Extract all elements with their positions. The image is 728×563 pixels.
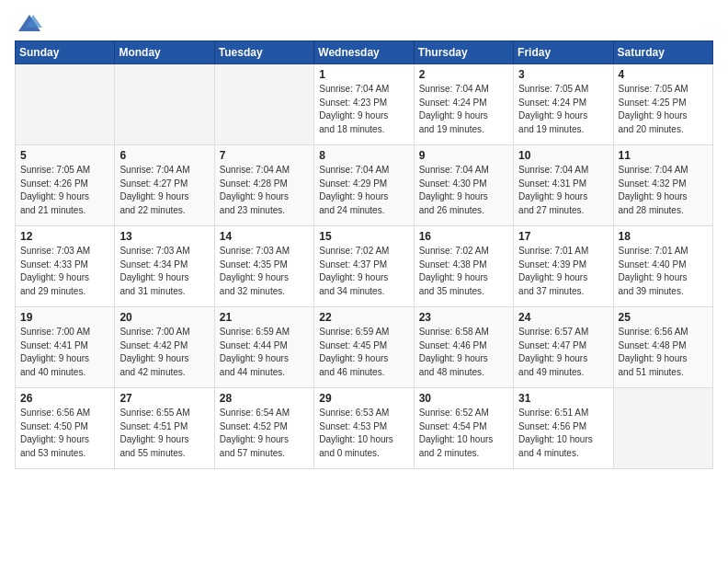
day-info: Sunrise: 7:04 AM Sunset: 4:23 PM Dayligh…	[319, 83, 408, 136]
calendar-cell: 3Sunrise: 7:05 AM Sunset: 4:24 PM Daylig…	[514, 64, 613, 145]
day-info: Sunrise: 7:03 AM Sunset: 4:33 PM Dayligh…	[20, 245, 109, 298]
day-number: 25	[619, 311, 708, 324]
day-number: 30	[419, 392, 508, 405]
calendar-cell: 7Sunrise: 7:04 AM Sunset: 4:28 PM Daylig…	[214, 145, 313, 226]
day-info: Sunrise: 7:01 AM Sunset: 4:40 PM Dayligh…	[619, 245, 708, 298]
day-info: Sunrise: 7:04 AM Sunset: 4:31 PM Dayligh…	[518, 164, 608, 217]
calendar-cell: 31Sunrise: 6:51 AM Sunset: 4:56 PM Dayli…	[514, 388, 613, 469]
calendar-cell: 14Sunrise: 7:03 AM Sunset: 4:35 PM Dayli…	[214, 226, 313, 307]
day-info: Sunrise: 7:00 AM Sunset: 4:41 PM Dayligh…	[20, 326, 109, 379]
calendar-cell: 23Sunrise: 6:58 AM Sunset: 4:46 PM Dayli…	[414, 307, 513, 388]
day-number: 8	[319, 149, 408, 162]
day-number: 13	[119, 230, 209, 243]
day-info: Sunrise: 7:04 AM Sunset: 4:24 PM Dayligh…	[419, 83, 508, 136]
calendar-cell: 17Sunrise: 7:01 AM Sunset: 4:39 PM Dayli…	[514, 226, 613, 307]
day-number: 29	[319, 392, 408, 405]
day-number: 28	[220, 392, 309, 405]
calendar-cell: 13Sunrise: 7:03 AM Sunset: 4:34 PM Dayli…	[115, 226, 214, 307]
calendar-cell: 30Sunrise: 6:52 AM Sunset: 4:54 PM Dayli…	[414, 388, 513, 469]
calendar-cell: 22Sunrise: 6:59 AM Sunset: 4:45 PM Dayli…	[314, 307, 414, 388]
day-info: Sunrise: 7:05 AM Sunset: 4:25 PM Dayligh…	[619, 83, 708, 136]
day-info: Sunrise: 6:55 AM Sunset: 4:51 PM Dayligh…	[119, 407, 209, 460]
day-number: 18	[619, 230, 708, 243]
calendar-week-row: 1Sunrise: 7:04 AM Sunset: 4:23 PM Daylig…	[16, 64, 713, 145]
day-number: 21	[220, 311, 309, 324]
day-info: Sunrise: 6:57 AM Sunset: 4:47 PM Dayligh…	[518, 326, 608, 379]
calendar-cell: 16Sunrise: 7:02 AM Sunset: 4:38 PM Dayli…	[414, 226, 513, 307]
calendar-week-row: 19Sunrise: 7:00 AM Sunset: 4:41 PM Dayli…	[16, 307, 713, 388]
day-number: 15	[319, 230, 408, 243]
day-info: Sunrise: 7:03 AM Sunset: 4:34 PM Dayligh…	[119, 245, 209, 298]
day-info: Sunrise: 7:02 AM Sunset: 4:38 PM Dayligh…	[419, 245, 508, 298]
calendar-dow-thursday: Thursday	[414, 41, 513, 64]
calendar-cell: 5Sunrise: 7:05 AM Sunset: 4:26 PM Daylig…	[16, 145, 115, 226]
day-info: Sunrise: 7:04 AM Sunset: 4:30 PM Dayligh…	[419, 164, 508, 217]
calendar-cell: 10Sunrise: 7:04 AM Sunset: 4:31 PM Dayli…	[514, 145, 613, 226]
calendar-cell: 9Sunrise: 7:04 AM Sunset: 4:30 PM Daylig…	[414, 145, 513, 226]
day-info: Sunrise: 7:04 AM Sunset: 4:32 PM Dayligh…	[619, 164, 708, 217]
day-number: 1	[319, 68, 408, 81]
day-info: Sunrise: 7:04 AM Sunset: 4:27 PM Dayligh…	[119, 164, 209, 217]
day-number: 19	[20, 311, 109, 324]
day-info: Sunrise: 6:56 AM Sunset: 4:50 PM Dayligh…	[20, 407, 109, 460]
calendar-cell	[115, 64, 214, 145]
calendar-cell: 1Sunrise: 7:04 AM Sunset: 4:23 PM Daylig…	[314, 64, 414, 145]
calendar-dow-friday: Friday	[514, 41, 613, 64]
day-number: 27	[119, 392, 209, 405]
day-number: 6	[119, 149, 209, 162]
calendar-cell: 27Sunrise: 6:55 AM Sunset: 4:51 PM Dayli…	[115, 388, 214, 469]
day-info: Sunrise: 7:05 AM Sunset: 4:26 PM Dayligh…	[20, 164, 109, 217]
calendar-cell: 2Sunrise: 7:04 AM Sunset: 4:24 PM Daylig…	[414, 64, 513, 145]
day-number: 26	[20, 392, 109, 405]
day-number: 20	[119, 311, 209, 324]
day-number: 31	[518, 392, 608, 405]
day-number: 16	[419, 230, 508, 243]
calendar-cell: 26Sunrise: 6:56 AM Sunset: 4:50 PM Dayli…	[16, 388, 115, 469]
calendar-cell: 4Sunrise: 7:05 AM Sunset: 4:25 PM Daylig…	[613, 64, 712, 145]
day-info: Sunrise: 7:01 AM Sunset: 4:39 PM Dayligh…	[518, 245, 608, 298]
day-info: Sunrise: 7:04 AM Sunset: 4:29 PM Dayligh…	[319, 164, 408, 217]
calendar-cell	[613, 388, 712, 469]
day-number: 3	[518, 68, 608, 81]
calendar-dow-saturday: Saturday	[613, 41, 712, 64]
day-number: 5	[20, 149, 109, 162]
calendar-cell	[16, 64, 115, 145]
day-number: 14	[220, 230, 309, 243]
calendar-week-row: 5Sunrise: 7:05 AM Sunset: 4:26 PM Daylig…	[16, 145, 713, 226]
calendar-cell: 24Sunrise: 6:57 AM Sunset: 4:47 PM Dayli…	[514, 307, 613, 388]
calendar-cell: 11Sunrise: 7:04 AM Sunset: 4:32 PM Dayli…	[613, 145, 712, 226]
day-number: 11	[619, 149, 708, 162]
day-number: 12	[20, 230, 109, 243]
logo	[15, 11, 42, 33]
page: SundayMondayTuesdayWednesdayThursdayFrid…	[0, 0, 728, 563]
day-info: Sunrise: 6:56 AM Sunset: 4:48 PM Dayligh…	[619, 326, 708, 379]
calendar-dow-tuesday: Tuesday	[214, 41, 313, 64]
day-info: Sunrise: 6:54 AM Sunset: 4:52 PM Dayligh…	[220, 407, 309, 460]
day-number: 4	[619, 68, 708, 81]
calendar-cell	[214, 64, 313, 145]
day-number: 7	[220, 149, 309, 162]
day-number: 9	[419, 149, 508, 162]
day-number: 10	[518, 149, 608, 162]
calendar-table: SundayMondayTuesdayWednesdayThursdayFrid…	[15, 40, 713, 469]
day-number: 22	[319, 311, 408, 324]
logo-icon	[17, 11, 42, 37]
calendar-week-row: 12Sunrise: 7:03 AM Sunset: 4:33 PM Dayli…	[16, 226, 713, 307]
day-info: Sunrise: 6:51 AM Sunset: 4:56 PM Dayligh…	[518, 407, 608, 460]
day-info: Sunrise: 6:58 AM Sunset: 4:46 PM Dayligh…	[419, 326, 508, 379]
day-info: Sunrise: 7:02 AM Sunset: 4:37 PM Dayligh…	[319, 245, 408, 298]
calendar-cell: 20Sunrise: 7:00 AM Sunset: 4:42 PM Dayli…	[115, 307, 214, 388]
calendar-cell: 19Sunrise: 7:00 AM Sunset: 4:41 PM Dayli…	[16, 307, 115, 388]
calendar-cell: 6Sunrise: 7:04 AM Sunset: 4:27 PM Daylig…	[115, 145, 214, 226]
day-number: 17	[518, 230, 608, 243]
day-number: 23	[419, 311, 508, 324]
calendar-cell: 15Sunrise: 7:02 AM Sunset: 4:37 PM Dayli…	[314, 226, 414, 307]
day-info: Sunrise: 7:04 AM Sunset: 4:28 PM Dayligh…	[220, 164, 309, 217]
day-number: 24	[518, 311, 608, 324]
calendar-cell: 21Sunrise: 6:59 AM Sunset: 4:44 PM Dayli…	[214, 307, 313, 388]
day-number: 2	[419, 68, 508, 81]
day-info: Sunrise: 6:52 AM Sunset: 4:54 PM Dayligh…	[419, 407, 508, 460]
calendar-cell: 28Sunrise: 6:54 AM Sunset: 4:52 PM Dayli…	[214, 388, 313, 469]
day-info: Sunrise: 7:05 AM Sunset: 4:24 PM Dayligh…	[518, 83, 608, 136]
header	[15, 11, 713, 33]
